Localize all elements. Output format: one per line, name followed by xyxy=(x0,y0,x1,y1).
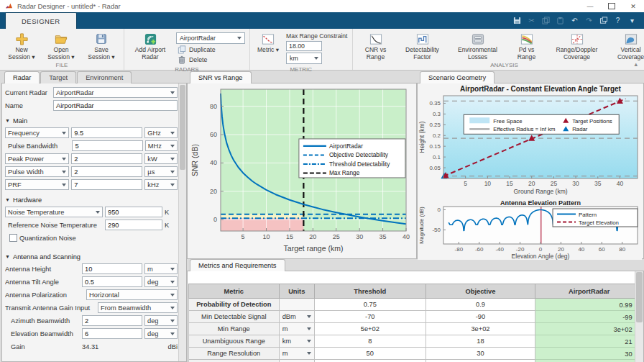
tab-environment[interactable]: Environment xyxy=(77,71,132,83)
param-input[interactable]: 2 xyxy=(71,153,142,164)
objective-cell[interactable]: 1e+02 xyxy=(426,360,535,362)
param-input[interactable]: 6 xyxy=(82,328,142,339)
detectability-factor-button[interactable]: Detectability Factor xyxy=(397,30,448,60)
units-cell[interactable]: m xyxy=(279,348,314,360)
save-session-button[interactable]: Save Session ▾ xyxy=(82,30,121,60)
collapse-ribbon-icon[interactable]: ▴ xyxy=(634,60,638,68)
objective-cell[interactable]: 3e+02 xyxy=(426,323,535,335)
threshold-cell[interactable]: 8 xyxy=(314,335,426,348)
add-airport-radar-button[interactable]: Add Airport Radar xyxy=(127,30,173,60)
trash-icon xyxy=(178,55,186,64)
new-session-button[interactable]: New Session ▾ xyxy=(3,30,40,60)
name-input[interactable]: AirportRadar xyxy=(53,100,178,111)
current-radar-select[interactable]: AirportRadar xyxy=(53,87,178,98)
close-button[interactable]: ✕ xyxy=(622,0,644,12)
param-label-combo[interactable]: Noise Temperature xyxy=(5,207,103,217)
tab-radar[interactable]: Radar xyxy=(4,71,40,83)
svg-text:0.25: 0.25 xyxy=(429,122,441,128)
tab-scenario-geometry[interactable]: Scenario Geometry xyxy=(420,71,494,83)
param-input[interactable]: 9.5 xyxy=(71,127,142,138)
param-label-combo[interactable]: Frequency xyxy=(5,127,69,138)
maximize-button[interactable] xyxy=(601,0,622,12)
pd-vs-range-button[interactable]: Pd vs Range xyxy=(508,30,546,60)
unit-value: deg xyxy=(147,330,159,338)
objective-cell[interactable]: -90 xyxy=(426,311,535,323)
unit-combo[interactable]: deg xyxy=(144,276,178,287)
more-icon[interactable]: ▾ xyxy=(627,16,637,25)
param-select[interactable]: From Beamwidth xyxy=(98,302,178,313)
param-input[interactable]: 2 xyxy=(71,166,142,177)
cnr-vs-range-button[interactable]: CNR vs Range xyxy=(356,30,396,60)
units-cell[interactable]: m/s xyxy=(279,360,314,362)
unit-combo[interactable]: GHz xyxy=(144,127,178,138)
unit-combo[interactable]: deg xyxy=(144,328,178,339)
left-panel-tabs: Radar Target Environment xyxy=(4,71,132,83)
threshold-cell[interactable]: 5e+02 xyxy=(314,323,426,335)
environmental-losses-button[interactable]: Environmental Losses xyxy=(449,30,507,60)
left-panel-scrollbar[interactable] xyxy=(178,83,186,361)
undo-icon[interactable]: ↶ xyxy=(570,16,579,25)
unit-combo[interactable]: deg xyxy=(144,315,178,326)
svg-text:0.05: 0.05 xyxy=(429,165,441,171)
unit-label: K xyxy=(165,209,169,216)
current-radar-combo[interactable]: AirportRadar xyxy=(176,32,245,44)
unit-combo[interactable]: m xyxy=(144,263,178,274)
svg-text:30: 30 xyxy=(572,180,579,187)
param-input[interactable]: 950 xyxy=(105,207,162,217)
threshold-cell[interactable]: -70 xyxy=(314,311,426,323)
metric-button[interactable]: Metric ▾ xyxy=(253,30,283,54)
vc-icon xyxy=(624,32,638,46)
max-range-constraint-input[interactable] xyxy=(286,41,322,51)
threshold-cell[interactable]: 80 xyxy=(314,360,426,362)
unit-combo[interactable]: kW xyxy=(144,153,178,164)
param-label: Azimuth Beamwidth xyxy=(11,317,80,325)
duplicate-button[interactable]: Duplicate xyxy=(176,45,245,54)
form-row-transmit-antenna-gain-input: Transmit Antenna Gain InputFrom Beamwidt… xyxy=(5,302,178,313)
param-input[interactable]: 290 xyxy=(105,220,162,230)
param-label-combo[interactable]: PRF xyxy=(5,179,69,190)
tab-metrics-requirements[interactable]: Metrics and Requirements xyxy=(190,259,285,271)
units-cell[interactable]: dBm xyxy=(279,311,314,323)
tab-designer[interactable]: DESIGNER xyxy=(5,12,77,30)
open-session-button[interactable]: Open Session ▾ xyxy=(42,30,80,60)
param-select[interactable]: Horizontal xyxy=(86,289,178,300)
metric-unit-combo[interactable]: km xyxy=(286,53,322,64)
units-cell[interactable] xyxy=(279,299,314,311)
svg-text:60: 60 xyxy=(599,246,605,253)
form-row-reference-noise-temperature: Reference Noise Temperature290K xyxy=(5,220,178,230)
vertical-coverage-button[interactable]: Vertical Coverage xyxy=(609,30,644,60)
help-icon[interactable]: ? xyxy=(613,16,622,25)
param-input[interactable]: 2 xyxy=(82,315,142,326)
unit-combo[interactable]: µs xyxy=(144,166,178,177)
threshold-cell[interactable]: 50 xyxy=(314,348,426,360)
result-cell: 30 ✓ xyxy=(535,348,643,360)
range-doppler-coverage-button[interactable]: Range/Doppler Coverage xyxy=(547,30,607,60)
param-input[interactable]: 7 xyxy=(71,179,142,190)
objective-cell[interactable]: 18 xyxy=(426,335,535,348)
tab-snr-vs-range[interactable]: SNR vs Range xyxy=(190,71,252,83)
metrics-table-scrollbar[interactable] xyxy=(635,271,643,362)
minimize-button[interactable]: — xyxy=(579,0,601,12)
unit-combo[interactable]: kHz xyxy=(144,179,178,190)
objective-cell[interactable]: 0.9 xyxy=(426,299,535,311)
section-header-main[interactable]: ▼Main xyxy=(5,116,178,125)
param-input[interactable]: 5 xyxy=(72,140,142,151)
param-label-combo[interactable]: Pulse Width xyxy=(5,166,69,177)
threshold-cell[interactable]: 0.75 xyxy=(314,299,426,311)
unit-combo[interactable]: MHz xyxy=(145,140,178,151)
result-cell: 0.99 ✓ xyxy=(535,299,643,311)
objective-cell[interactable]: 30 xyxy=(426,348,535,360)
param-label-combo[interactable]: Peak Power xyxy=(5,153,69,164)
section-header-hardware[interactable]: ▼Hardware xyxy=(5,195,178,204)
section-header-antenna-and-scanning[interactable]: ▼Antenna and Scanning xyxy=(5,252,178,261)
quantization-noise-checkbox[interactable] xyxy=(9,234,17,242)
param-input[interactable]: 10 xyxy=(82,263,142,274)
units-cell[interactable]: m xyxy=(279,323,314,335)
units-cell[interactable]: km xyxy=(279,335,314,348)
dock-icon[interactable] xyxy=(599,16,608,25)
save-icon[interactable] xyxy=(512,16,522,25)
param-input[interactable]: 0.5 xyxy=(82,276,142,287)
delete-button[interactable]: Delete xyxy=(176,55,245,64)
tab-target[interactable]: Target xyxy=(40,71,76,83)
select-value: Horizontal xyxy=(89,291,119,299)
